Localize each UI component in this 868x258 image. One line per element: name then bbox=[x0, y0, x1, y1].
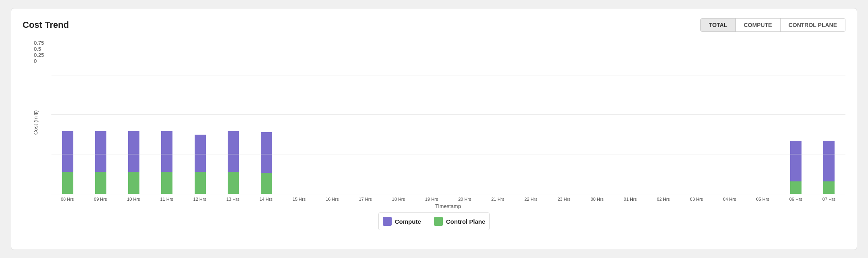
x-label: 05 Hrs bbox=[746, 194, 779, 202]
x-label: 16 Hrs bbox=[316, 194, 349, 202]
x-label: 07 Hrs bbox=[812, 194, 845, 202]
bar-control bbox=[228, 172, 239, 194]
grid-line-075 bbox=[51, 75, 845, 75]
chart-inner: 08 Hrs09 Hrs10 Hrs11 Hrs12 Hrs13 Hrs14 H… bbox=[51, 36, 845, 209]
legend-compute-swatch bbox=[383, 217, 392, 226]
bar-stack bbox=[790, 141, 802, 194]
bar-group bbox=[812, 40, 845, 194]
y-axis-title: Cost (In $) bbox=[33, 110, 39, 135]
bar-group bbox=[184, 40, 217, 194]
x-label: 23 Hrs bbox=[548, 194, 581, 202]
bar-stack bbox=[261, 132, 272, 194]
tab-total[interactable]: TOTAL bbox=[701, 19, 735, 31]
x-label: 01 Hrs bbox=[614, 194, 647, 202]
x-axis-title: Timestamp bbox=[51, 203, 845, 209]
bar-control bbox=[128, 172, 139, 194]
legend-compute-label: Compute bbox=[395, 218, 421, 225]
bar-group bbox=[51, 40, 84, 194]
x-label: 20 Hrs bbox=[448, 194, 481, 202]
x-label: 18 Hrs bbox=[382, 194, 415, 202]
bar-group bbox=[283, 40, 316, 194]
bar-group bbox=[746, 40, 779, 194]
x-label: 02 Hrs bbox=[647, 194, 680, 202]
bar-stack bbox=[823, 141, 835, 194]
bar-group bbox=[779, 40, 812, 194]
bar-group bbox=[614, 40, 647, 194]
bar-group bbox=[647, 40, 680, 194]
page-title: Cost Trend bbox=[23, 20, 69, 30]
bar-control bbox=[62, 172, 73, 194]
x-label: 22 Hrs bbox=[514, 194, 547, 202]
x-label: 06 Hrs bbox=[779, 194, 812, 202]
bars-container bbox=[51, 36, 845, 194]
bar-control bbox=[261, 173, 272, 194]
bar-group bbox=[250, 40, 283, 194]
bar-control bbox=[161, 172, 172, 194]
bar-control bbox=[195, 172, 206, 194]
card-header: Cost Trend TOTAL COMPUTE CONTROL PLANE bbox=[23, 18, 845, 32]
bar-compute bbox=[161, 131, 172, 172]
bar-group bbox=[680, 40, 713, 194]
bar-group bbox=[349, 40, 382, 194]
legend-control-plane-swatch bbox=[434, 217, 443, 226]
bar-group bbox=[713, 40, 746, 194]
bar-compute bbox=[95, 131, 106, 172]
legend-compute: Compute bbox=[383, 217, 421, 226]
x-label: 04 Hrs bbox=[713, 194, 746, 202]
bar-group bbox=[515, 40, 548, 194]
bar-stack bbox=[195, 135, 206, 194]
x-label: 11 Hrs bbox=[150, 194, 183, 202]
cost-trend-card: Cost Trend TOTAL COMPUTE CONTROL PLANE C… bbox=[11, 8, 857, 250]
x-label: 14 Hrs bbox=[249, 194, 282, 202]
bar-compute bbox=[195, 135, 206, 172]
bar-compute bbox=[823, 141, 835, 181]
bar-control bbox=[823, 181, 835, 194]
bar-group bbox=[415, 40, 448, 194]
bar-group bbox=[548, 40, 581, 194]
tab-group: TOTAL COMPUTE CONTROL PLANE bbox=[700, 18, 845, 32]
bar-compute bbox=[228, 131, 239, 172]
legend: Compute Control Plane bbox=[378, 212, 490, 230]
chart-area: Cost (In $) 0.75 0.5 0.25 0 08 Hrs09 Hrs… bbox=[23, 36, 845, 209]
bar-group bbox=[150, 40, 183, 194]
tab-compute[interactable]: COMPUTE bbox=[736, 19, 781, 31]
x-label: 17 Hrs bbox=[349, 194, 382, 202]
grid-line-025 bbox=[51, 154, 845, 154]
bar-group bbox=[382, 40, 415, 194]
tab-control-plane[interactable]: CONTROL PLANE bbox=[781, 19, 845, 31]
x-label: 08 Hrs bbox=[51, 194, 84, 202]
bar-compute bbox=[128, 131, 139, 172]
x-label: 13 Hrs bbox=[216, 194, 249, 202]
bar-compute bbox=[62, 131, 73, 172]
legend-control-plane: Control Plane bbox=[434, 217, 486, 226]
legend-control-plane-label: Control Plane bbox=[446, 218, 486, 225]
bar-group bbox=[581, 40, 614, 194]
x-label: 19 Hrs bbox=[415, 194, 448, 202]
bar-group bbox=[316, 40, 349, 194]
x-label: 00 Hrs bbox=[581, 194, 614, 202]
bar-group bbox=[84, 40, 117, 194]
bar-group bbox=[449, 40, 482, 194]
bar-stack bbox=[228, 131, 239, 194]
x-label: 10 Hrs bbox=[117, 194, 150, 202]
bar-stack bbox=[95, 131, 106, 194]
bar-control bbox=[790, 181, 802, 194]
x-label: 12 Hrs bbox=[183, 194, 216, 202]
x-label: 03 Hrs bbox=[680, 194, 713, 202]
bar-group bbox=[117, 40, 150, 194]
bar-stack bbox=[128, 131, 139, 194]
x-label: 21 Hrs bbox=[481, 194, 514, 202]
x-labels: 08 Hrs09 Hrs10 Hrs11 Hrs12 Hrs13 Hrs14 H… bbox=[51, 194, 845, 202]
x-label: 09 Hrs bbox=[84, 194, 117, 202]
bar-stack bbox=[161, 131, 172, 194]
bar-group bbox=[482, 40, 515, 194]
bar-compute bbox=[790, 141, 802, 181]
bar-control bbox=[95, 172, 106, 194]
bar-compute bbox=[261, 132, 272, 173]
grid-line-050 bbox=[51, 114, 845, 115]
bar-group bbox=[217, 40, 250, 194]
x-label: 15 Hrs bbox=[282, 194, 316, 202]
bar-stack bbox=[62, 131, 73, 194]
